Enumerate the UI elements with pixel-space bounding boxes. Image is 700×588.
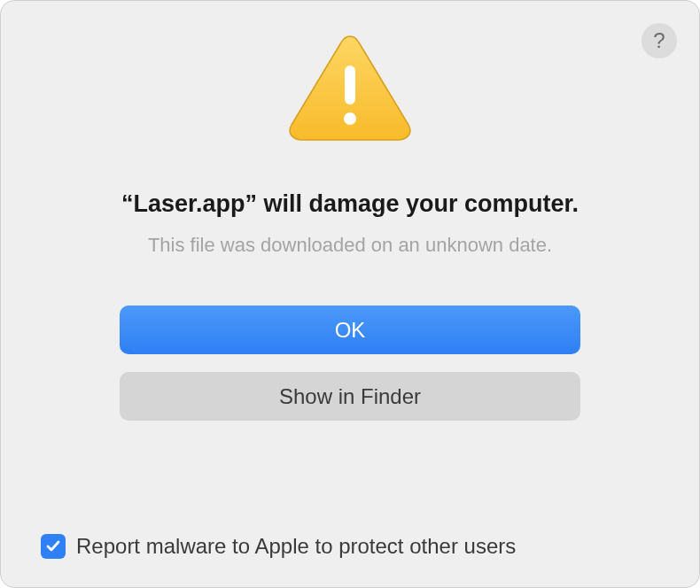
dialog-subtitle: This file was downloaded on an unknown d… <box>148 234 552 257</box>
report-checkbox-row: Report malware to Apple to protect other… <box>41 534 516 559</box>
alert-dialog: ? “Laser.app” will damage your computer.… <box>0 0 700 588</box>
warning-icon <box>288 32 412 146</box>
svg-rect-0 <box>345 66 355 104</box>
dialog-title: “Laser.app” will damage your computer. <box>121 190 579 218</box>
button-group: OK Show in Finder <box>120 306 580 421</box>
report-checkbox-label: Report malware to Apple to protect other… <box>76 534 516 559</box>
svg-point-1 <box>344 112 356 125</box>
show-in-finder-button[interactable]: Show in Finder <box>120 372 580 421</box>
checkmark-icon <box>45 538 61 554</box>
ok-button[interactable]: OK <box>120 306 580 354</box>
dialog-content: “Laser.app” will damage your computer. T… <box>27 27 673 421</box>
report-checkbox[interactable] <box>41 534 66 559</box>
